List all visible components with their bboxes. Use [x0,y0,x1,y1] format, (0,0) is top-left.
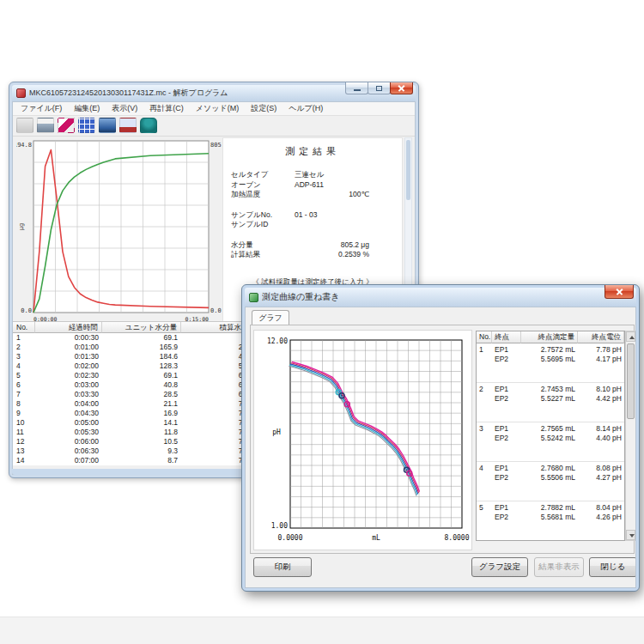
menu-bar: ファイル(F)編集(E)表示(V)再計算(C)メソッド(M)設定(S)ヘルプ(H… [13,102,415,116]
table-cell: 4 [13,361,35,371]
menu-item-0[interactable]: ファイル(F) [15,103,68,114]
endpoint-names: EP1EP2 [492,343,521,382]
column-header[interactable]: 経過時間 [35,322,102,333]
minimize-button[interactable] [345,82,368,94]
pen-icon[interactable] [58,118,75,133]
column-header[interactable]: 終点電位 [578,331,624,343]
endpoint-potentials: 8.08 pH4.27 pH [578,462,624,501]
column-header[interactable]: No. [477,331,492,343]
table-cell: 0:03:00 [35,380,102,390]
print-icon[interactable] [37,118,54,133]
table-cell: 69.1 [102,371,181,380]
table-cell: 0:06:30 [35,447,102,456]
svg-text:mL: mL [372,534,380,542]
table-cell: 10 [13,418,35,428]
print-button[interactable]: 印刷 [253,557,312,577]
endpoint-names: EP1EP2 [492,462,521,501]
svg-text:12.00: 12.00 [267,337,288,345]
endpoint-potentials: 8.04 pH4.26 pH [578,501,624,540]
result-row: サンプルID [223,220,402,230]
minimize-icon [354,89,361,91]
menu-item-5[interactable]: 設定(S) [245,103,283,114]
close-button[interactable] [390,82,413,94]
column-header[interactable]: No. [13,322,35,333]
scrollbar-thumb[interactable] [627,343,635,419]
result-value: 100℃ [349,190,369,198]
dialog-client-area: グラフ 12.001.00pH0.0000mL8.0000 No.終点終点滴定量… [245,307,636,588]
toolbar [13,116,415,137]
table-cell: 69.1 [102,333,181,343]
table-cell: 14.1 [102,418,181,428]
svg-text:1.00: 1.00 [271,522,288,530]
svg-text:pH: pH [272,428,281,436]
person-icon[interactable] [140,118,157,133]
endpoint-row[interactable]: 3EP1EP22.7565 mL5.5242 mL8.14 pH4.40 pH [477,422,624,462]
tab-graph[interactable]: グラフ [252,310,289,325]
result-row: 水分量805.2 μg [223,240,402,251]
result-row: サンプルNo.01 - 03 [223,210,402,221]
maximize-button[interactable] [368,82,391,94]
table-cell: 2 [13,343,35,352]
curve-overlay-dialog: 測定曲線の重ね書き グラフ 12.001.00pH0.0000mL8.0000 … [241,284,640,592]
table-cell: 184.6 [102,352,181,361]
result-label: サンプルID [231,220,268,230]
table-cell: 10.5 [102,437,181,447]
arrow-down-icon [629,534,635,538]
endpoint-no: 2 [477,383,492,422]
table-cell: 3 [13,352,35,361]
footer-strip [0,617,644,644]
endpoint-row[interactable]: 1EP1EP22.7572 mL5.5695 mL7.78 pH4.17 pH [477,343,624,383]
endpoint-volumes: 2.7680 mL5.5506 mL [521,462,578,501]
dialog-close-button[interactable] [605,285,634,299]
table-cell: 0:02:00 [35,361,102,371]
titration-curve-chart: 12.001.00pH0.0000mL8.0000 [254,331,471,550]
scroll-up-button[interactable] [626,331,635,342]
graph-settings-button[interactable]: グラフ設定 [471,557,528,577]
close-icon [616,288,623,295]
result-label: オーブン [231,180,261,191]
menu-item-1[interactable]: 編集(E) [68,103,106,114]
endpoint-volumes: 2.7882 mL5.5681 mL [521,501,578,540]
endpoint-potentials: 8.14 pH4.40 pH [578,422,624,461]
scroll-down-button[interactable] [626,530,635,540]
result-row: セルタイプ三連セル [223,170,402,180]
endpoint-row[interactable]: 5EP1EP22.7882 mL5.5681 mL8.04 pH4.26 pH [477,501,624,541]
column-header[interactable]: 終点滴定量 [521,331,578,343]
menu-item-3[interactable]: 再計算(C) [143,103,190,114]
column-header[interactable]: ユニット水分量 [102,322,181,333]
table-cell: 28.5 [102,390,181,399]
table-icon[interactable] [119,118,137,133]
monitor-icon[interactable] [99,118,116,133]
svg-text:0.0: 0.0 [210,307,222,314]
menu-item-2[interactable]: 表示(V) [106,103,143,114]
menu-item-6[interactable]: ヘルプ(H) [283,103,329,114]
result-value: ADP-611 [295,180,324,189]
endpoint-potentials: 8.10 pH4.42 pH [578,383,624,422]
window-title: MKC610572312452013030117431Z.mc - 解析プログラ… [29,88,228,99]
close-dialog-button[interactable]: 閉じる [589,557,636,577]
result-row: 加熱温度100℃ [223,190,402,200]
endpoint-table-scrollbar[interactable] [625,331,636,541]
dialog-title: 測定曲線の重ね書き [262,291,340,303]
table-cell: 14 [13,456,35,465]
endpoint-names: EP1EP2 [492,501,521,540]
grid-icon[interactable] [78,118,95,133]
table-cell: 7 [13,390,35,399]
column-header[interactable]: 終点 [492,331,521,343]
endpoint-volumes: 2.7565 mL5.5242 mL [521,422,578,461]
report-icon[interactable] [16,118,33,133]
endpoint-row[interactable]: 4EP1EP22.7680 mL5.5506 mL8.08 pH4.27 pH [477,462,624,501]
table-cell: 40.8 [102,380,181,390]
menu-item-4[interactable]: メソッド(M) [190,103,245,114]
table-cell: 5 [13,371,35,380]
result-value: 805.2 μg [341,240,369,249]
table-cell: 8 [13,399,35,409]
endpoint-row[interactable]: 2EP1EP22.7453 mL5.5227 mL8.10 pH4.42 pH [477,383,624,422]
scrollbar-thumb[interactable] [406,140,410,200]
table-cell: 8.7 [102,456,181,465]
svg-text:194.8: 194.8 [16,142,32,149]
table-cell: 0:00:30 [35,333,102,343]
dialog-titlebar[interactable]: 測定曲線の重ね書き [245,288,636,307]
endpoint-potentials: 7.78 pH4.17 pH [578,343,624,382]
result-row: オーブンADP-611 [223,180,402,191]
